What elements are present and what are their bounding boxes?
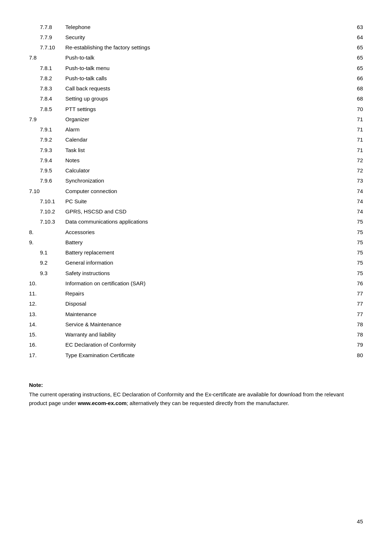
toc-page: 71 [345,135,363,145]
toc-page: 77 [345,289,363,299]
toc-title: General information [65,258,345,268]
toc-row: 7.7.10Re-establishing the factory settin… [29,42,363,53]
toc-title: Re-establishing the factory settings [65,42,345,53]
toc-num: 7.9.6 [29,176,65,186]
toc-title: Service & Maintenance [65,319,345,329]
toc-num: 7.8.5 [29,104,65,114]
toc-page: 76 [345,278,363,288]
toc-page: 71 [345,124,363,135]
toc-page: 75 [345,248,363,258]
toc-row: 12.Disposal77 [29,299,363,309]
toc-num: 7.8.2 [29,73,65,83]
toc-title: Type Examination Certificate [65,350,345,360]
toc-num: 7.9.2 [29,135,65,145]
toc-title: EC Declaration of Conformity [65,340,345,350]
toc-row: 11.Repairs77 [29,289,363,299]
toc-page: 65 [345,42,363,53]
toc-page: 65 [345,63,363,73]
toc-num: 7.9.5 [29,166,65,176]
toc-row: 7.8.4Setting up groups68 [29,94,363,104]
toc-num: 15. [29,330,65,340]
toc-page: 79 [345,340,363,350]
note-text-after: ; alternatively they can be requested di… [127,400,289,406]
toc-page: 68 [345,83,363,94]
toc-page: 75 [345,217,363,227]
toc-num: 14. [29,319,65,329]
toc-row: 15.Warranty and liability78 [29,330,363,340]
toc-page: 70 [345,104,363,114]
toc-page: 66 [345,73,363,83]
toc-row: 7.9.1Alarm71 [29,124,363,135]
toc-row: 7.9.4Notes72 [29,155,363,165]
toc-row: 9.2General information75 [29,258,363,268]
toc-page: 64 [345,32,363,42]
note-title: Note: [29,382,363,388]
page: 7.7.8Telephone637.7.9Security647.7.10Re-… [0,0,392,539]
toc-title: PTT settings [65,104,345,114]
toc-page: 73 [345,176,363,186]
toc-num: 7.10.2 [29,207,65,217]
toc-title: Calculator [65,166,345,176]
toc-row: 14.Service & Maintenance78 [29,319,363,329]
toc-num: 7.7.9 [29,32,65,42]
toc-page: 77 [345,309,363,319]
toc-row: 7.9.3Task list71 [29,145,363,155]
toc-num: 13. [29,309,65,319]
toc-title: Warranty and liability [65,330,345,340]
toc-page: 75 [345,227,363,237]
toc-title: Disposal [65,299,345,309]
toc-row: 13.Maintenance77 [29,309,363,319]
toc-num: 11. [29,289,65,299]
toc-page: 77 [345,299,363,309]
toc-row: 7.10.2GPRS, HSCSD and CSD74 [29,207,363,217]
toc-title: Notes [65,155,345,165]
toc-row: 7.7.8Telephone63 [29,22,363,32]
toc-num: 7.10 [29,186,65,196]
toc-num: 7.9.3 [29,145,65,155]
toc-title: Push-to-talk calls [65,73,345,83]
toc-title: Alarm [65,124,345,135]
toc-page: 68 [345,94,363,104]
toc-title: GPRS, HSCSD and CSD [65,207,345,217]
toc-row: 7.9.6Synchronization73 [29,176,363,186]
toc-num: 9.2 [29,258,65,268]
toc-row: 16.EC Declaration of Conformity79 [29,340,363,350]
toc-num: 7.7.10 [29,42,65,53]
toc-title: Safety instructions [65,268,345,278]
toc-num: 7.10.3 [29,217,65,227]
note-text: The current operating instructions, EC D… [29,390,363,408]
toc-page: 72 [345,155,363,165]
toc-title: PC Suite [65,196,345,206]
toc-title: Repairs [65,289,345,299]
toc-row: 7.8Push-to-talk65 [29,53,363,63]
toc-page: 75 [345,268,363,278]
toc-row: 17.Type Examination Certificate80 [29,350,363,360]
toc-num: 9.3 [29,268,65,278]
toc-row: 9.Battery75 [29,237,363,247]
toc-page: 74 [345,186,363,196]
toc-row: 7.8.1Push-to-talk menu65 [29,63,363,73]
toc-title: Battery replacement [65,248,345,258]
toc-page: 78 [345,330,363,340]
toc-row: 7.9Organizer71 [29,114,363,124]
toc-row: 7.8.2Push-to-talk calls66 [29,73,363,83]
toc-row: 9.1Battery replacement75 [29,248,363,258]
toc-num: 7.7.8 [29,22,65,32]
toc-num: 7.9 [29,114,65,124]
toc-page: 72 [345,166,363,176]
toc-title: Accessories [65,227,345,237]
toc-row: 7.7.9Security64 [29,32,363,42]
toc-row: 9.3Safety instructions75 [29,268,363,278]
toc-row: 8.Accessories75 [29,227,363,237]
toc-page: 63 [345,22,363,32]
toc-row: 7.9.2Calendar71 [29,135,363,145]
note-section: Note: The current operating instructions… [29,382,363,408]
toc-num: 7.8.3 [29,83,65,94]
toc-page: 80 [345,350,363,360]
toc-title: Setting up groups [65,94,345,104]
toc-num: 7.9.1 [29,124,65,135]
page-number: 45 [357,518,363,524]
toc-title: Computer connection [65,186,345,196]
toc-page: 71 [345,114,363,124]
toc-title: Telephone [65,22,345,32]
